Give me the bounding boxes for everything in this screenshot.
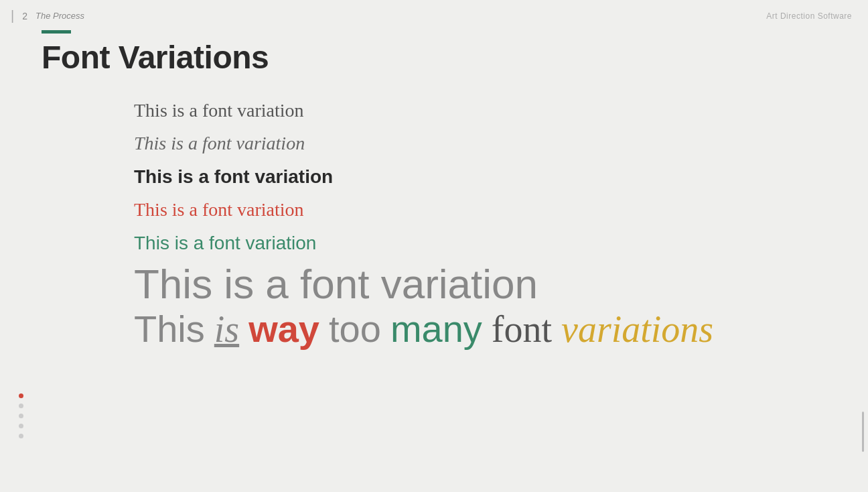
variation-red: This is a font variation bbox=[134, 195, 868, 224]
content-area: This is a font variation This is a font … bbox=[134, 96, 868, 351]
slide: | 2 The Process Art Direction Software F… bbox=[0, 0, 868, 492]
pipe-separator: | bbox=[11, 8, 14, 23]
page-title: Font Variations bbox=[42, 39, 868, 76]
variation-green: This is a font variation bbox=[134, 229, 868, 257]
nav-dot-2[interactable] bbox=[19, 404, 23, 408]
variation-mixed: This is way too many font variations bbox=[134, 308, 868, 351]
variation-regular: This is a font variation bbox=[134, 96, 868, 125]
accent-bar bbox=[42, 30, 71, 34]
nav-dot-5[interactable] bbox=[19, 434, 23, 438]
top-bar: | 2 The Process Art Direction Software bbox=[0, 0, 868, 30]
nav-dot-4[interactable] bbox=[19, 424, 23, 428]
variation-bold: This is a font variation bbox=[134, 162, 868, 191]
scrollbar[interactable] bbox=[862, 412, 864, 452]
word-way: way bbox=[248, 308, 319, 350]
slide-number: 2 bbox=[22, 11, 27, 21]
word-variations: variations bbox=[561, 308, 713, 350]
variation-large: This is a font variation bbox=[134, 261, 868, 307]
slide-label: The Process bbox=[35, 11, 84, 21]
left-nav bbox=[19, 393, 23, 438]
nav-dot-3[interactable] bbox=[19, 414, 23, 418]
word-is: is bbox=[214, 308, 239, 350]
top-bar-right: Art Direction Software bbox=[766, 11, 852, 21]
nav-dot-1[interactable] bbox=[19, 393, 23, 398]
word-font: font bbox=[492, 308, 552, 350]
top-bar-left: | 2 The Process bbox=[11, 8, 84, 23]
variation-italic: This is a font variation bbox=[134, 129, 868, 158]
word-many: many bbox=[390, 308, 482, 350]
word-too: too bbox=[329, 308, 381, 350]
word-this: This bbox=[134, 308, 205, 350]
